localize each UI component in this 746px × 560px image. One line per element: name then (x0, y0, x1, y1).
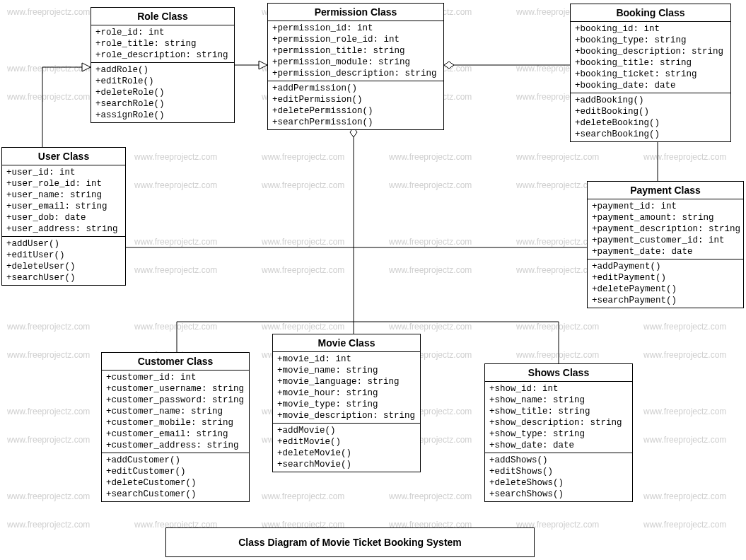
attrs-section: +customer_id: int+customer_username: str… (102, 371, 249, 453)
class-movie: Movie Class +movie_id: int+movie_name: s… (272, 334, 421, 472)
methods-section: +addPermission()+editPermission()+delete… (268, 81, 443, 129)
uml-member: +deleteCustomer() (106, 477, 245, 489)
uml-member: +searchPermission() (272, 117, 439, 128)
watermark-text: www.freeprojectz.com (389, 180, 472, 190)
attrs-section: +permission_id: int+permission_role_id: … (268, 21, 443, 81)
uml-member: +payment_id: int (592, 201, 739, 212)
watermark-text: www.freeprojectz.com (7, 322, 90, 332)
uml-member: +editPermission() (272, 94, 439, 105)
methods-section: +addShows()+editShows()+deleteShows()+se… (485, 453, 632, 501)
uml-member: +addPermission() (272, 83, 439, 94)
uml-member: +deleteRole() (95, 87, 230, 98)
uml-member: +user_address: string (6, 223, 121, 235)
uml-member: +addRole() (95, 64, 230, 76)
uml-member: +show_description: string (489, 417, 628, 428)
uml-member: +payment_description: string (592, 223, 739, 235)
watermark-text: www.freeprojectz.com (7, 64, 90, 74)
watermark-text: www.freeprojectz.com (516, 152, 599, 162)
watermark-text: www.freeprojectz.com (134, 265, 217, 275)
diagram-canvas: www.freeprojectz.comwww.freeprojectz.com… (0, 0, 746, 560)
watermark-text: www.freeprojectz.com (134, 322, 217, 332)
uml-member: +deleteMovie() (277, 448, 416, 459)
uml-member: +addShows() (489, 455, 628, 466)
watermark-text: www.freeprojectz.com (389, 322, 472, 332)
class-title: Movie Class (273, 334, 420, 352)
uml-member: +deleteShows() (489, 477, 628, 489)
uml-member: +editPayment() (592, 272, 739, 284)
uml-member: +show_id: int (489, 383, 628, 395)
uml-member: +customer_address: string (106, 440, 245, 451)
uml-member: +booking_description: string (575, 46, 726, 57)
watermark-text: www.freeprojectz.com (389, 152, 472, 162)
uml-member: +permission_title: string (272, 45, 439, 57)
methods-section: +addBooking()+editBooking()+deleteBookin… (571, 93, 730, 141)
uml-member: +assignRole() (95, 110, 230, 121)
methods-section: +addCustomer()+editCustomer()+deleteCust… (102, 453, 249, 501)
watermark-text: www.freeprojectz.com (262, 322, 344, 332)
watermark-text: www.freeprojectz.com (7, 92, 90, 102)
uml-member: +addCustomer() (106, 455, 245, 466)
uml-member: +deletePayment() (592, 284, 739, 295)
uml-member: +searchUser() (6, 272, 121, 284)
uml-member: +show_date: date (489, 440, 628, 451)
attrs-section: +show_id: int+show_name: string+show_tit… (485, 382, 632, 453)
watermark-text: www.freeprojectz.com (643, 322, 726, 332)
watermark-text: www.freeprojectz.com (262, 237, 344, 247)
uml-member: +editUser() (6, 250, 121, 261)
watermark-text: www.freeprojectz.com (643, 520, 726, 530)
uml-member: +booking_ticket: string (575, 69, 726, 80)
class-payment: Payment Class +payment_id: int+payment_a… (587, 181, 744, 308)
attrs-section: +booking_id: int+booking_type: string+bo… (571, 22, 730, 93)
class-title: Customer Class (102, 353, 249, 371)
uml-member: +role_id: int (95, 27, 230, 38)
class-permission: Permission Class +permission_id: int+per… (267, 3, 444, 130)
methods-section: +addMovie()+editMovie()+deleteMovie()+se… (273, 424, 420, 472)
uml-member: +searchMovie() (277, 459, 416, 470)
class-title: Permission Class (268, 4, 443, 21)
watermark-text: www.freeprojectz.com (516, 350, 599, 360)
uml-member: +editCustomer() (106, 466, 245, 477)
uml-member: +booking_type: string (575, 35, 726, 46)
uml-member: +show_type: string (489, 428, 628, 440)
methods-section: +addPayment()+editPayment()+deletePaymen… (588, 259, 743, 308)
uml-member: +booking_date: date (575, 80, 726, 91)
uml-member: +permission_role_id: int (272, 34, 439, 45)
uml-member: +user_id: int (6, 167, 121, 178)
uml-member: +permission_description: string (272, 68, 439, 79)
attrs-section: +role_id: int+role_title: string+role_de… (91, 25, 234, 63)
methods-section: +addUser()+editUser()+deleteUser()+searc… (2, 237, 125, 285)
uml-member: +user_role_id: int (6, 178, 121, 189)
attrs-section: +user_id: int+user_role_id: int+user_nam… (2, 165, 125, 237)
watermark-text: www.freeprojectz.com (262, 491, 344, 501)
watermark-text: www.freeprojectz.com (389, 491, 472, 501)
uml-member: +user_dob: date (6, 212, 121, 223)
watermark-text: www.freeprojectz.com (516, 322, 599, 332)
uml-member: +user_name: string (6, 189, 121, 201)
uml-member: +customer_name: string (106, 406, 245, 417)
watermark-text: www.freeprojectz.com (262, 180, 344, 190)
uml-member: +addMovie() (277, 425, 416, 436)
uml-member: +user_email: string (6, 201, 121, 212)
watermark-text: www.freeprojectz.com (134, 152, 217, 162)
uml-member: +customer_email: string (106, 428, 245, 440)
class-role: Role Class +role_id: int+role_title: str… (91, 7, 235, 123)
uml-member: +editRole() (95, 76, 230, 87)
watermark-text: www.freeprojectz.com (643, 407, 726, 416)
uml-member: +show_name: string (489, 395, 628, 406)
class-title: Payment Class (588, 182, 743, 199)
uml-member: +addBooking() (575, 95, 726, 106)
class-shows: Shows Class +show_id: int+show_name: str… (484, 363, 633, 502)
watermark-text: www.freeprojectz.com (262, 152, 344, 162)
uml-member: +deleteBooking() (575, 117, 726, 129)
uml-member: +payment_date: date (592, 246, 739, 257)
class-title: Role Class (91, 8, 234, 25)
watermark-text: www.freeprojectz.com (389, 237, 472, 247)
watermark-text: www.freeprojectz.com (7, 491, 90, 501)
uml-member: +editMovie() (277, 436, 416, 448)
uml-member: +editBooking() (575, 106, 726, 117)
uml-member: +role_description: string (95, 49, 230, 61)
watermark-text: www.freeprojectz.com (389, 265, 472, 275)
uml-member: +booking_title: string (575, 57, 726, 69)
uml-member: +movie_name: string (277, 365, 416, 376)
attrs-section: +movie_id: int+movie_name: string+movie_… (273, 352, 420, 424)
